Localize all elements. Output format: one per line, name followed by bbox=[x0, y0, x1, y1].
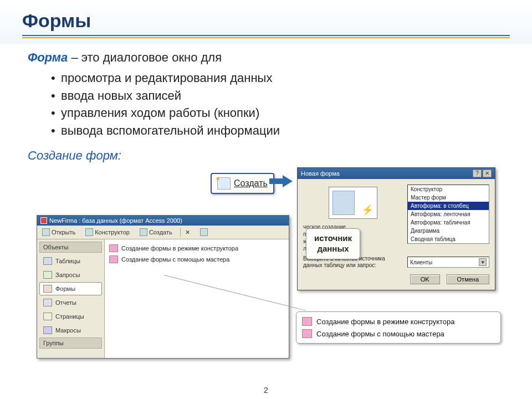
help-button[interactable]: ? bbox=[473, 170, 482, 177]
sidebar-item-pages[interactable]: Страницы bbox=[39, 310, 102, 323]
form-icon bbox=[43, 285, 52, 293]
ok-button[interactable]: OK bbox=[410, 274, 440, 284]
design-button[interactable]: Конструктор bbox=[83, 227, 132, 237]
lead-rest: – это диалоговое окно для bbox=[68, 50, 222, 64]
listbox-item[interactable]: Мастер форм bbox=[408, 193, 489, 202]
listbox-item[interactable]: Сводная таблица bbox=[408, 235, 489, 243]
form-type-listbox[interactable]: Конструктор Мастер форм Автоформа: в сто… bbox=[407, 185, 489, 244]
listbox-item[interactable]: Автоформа: табличная bbox=[408, 218, 489, 227]
open-icon bbox=[42, 228, 50, 236]
chevron-down-icon: ▾ bbox=[479, 258, 487, 266]
grid-icon bbox=[200, 228, 208, 236]
callout-zoom-list: Создание формы в режиме конструктора Соз… bbox=[296, 311, 501, 344]
subheading: Создание форм: bbox=[28, 149, 504, 163]
cancel-button[interactable]: Отмена bbox=[447, 274, 489, 284]
sidebar-header: Объекты bbox=[39, 242, 102, 253]
bullet-list: просмотра и редактирования данных ввода … bbox=[28, 66, 504, 145]
report-icon bbox=[43, 299, 52, 306]
delete-button[interactable]: ✕ bbox=[180, 228, 192, 237]
wizard-icon bbox=[109, 255, 118, 263]
create-button-callout: Создать bbox=[211, 173, 274, 194]
sidebar-item-queries[interactable]: Запросы bbox=[39, 268, 102, 282]
create-button-label: Создать bbox=[234, 178, 268, 188]
database-window: NewFirma : база данных (формат Access 20… bbox=[37, 215, 289, 359]
listbox-item[interactable]: Автоформа: ленточная bbox=[408, 210, 489, 218]
listbox-item-selected[interactable]: Автоформа: в столбец bbox=[408, 202, 489, 210]
design-icon bbox=[85, 228, 93, 236]
view-icons-button[interactable] bbox=[198, 227, 210, 237]
table-icon bbox=[43, 257, 52, 265]
db-window-title: NewFirma : база данных (формат Access 20… bbox=[49, 217, 182, 224]
list-item[interactable]: Создание формы в режиме конструктора bbox=[108, 243, 285, 254]
listbox-item[interactable]: Конструктор bbox=[408, 185, 489, 193]
list-item[interactable]: Создание формы с помощью мастера bbox=[108, 254, 285, 265]
dialog-titlebar: Новая форма ? ✕ bbox=[298, 168, 495, 179]
wizard-icon bbox=[109, 244, 118, 252]
wizard-icon bbox=[302, 317, 312, 326]
macro-icon bbox=[43, 326, 52, 334]
arrow-right-icon bbox=[269, 175, 294, 187]
open-button[interactable]: Открыть bbox=[40, 227, 78, 237]
app-icon bbox=[40, 217, 47, 224]
db-toolbar: Открыть Конструктор Создать ✕ bbox=[37, 226, 289, 239]
sidebar-item-reports[interactable]: Отчеты bbox=[39, 296, 102, 309]
callout-source: источник данных bbox=[306, 228, 360, 259]
new-form-icon bbox=[217, 177, 231, 190]
sidebar-item-forms[interactable]: Формы bbox=[39, 282, 102, 295]
rule-amber bbox=[22, 37, 510, 38]
dialog-title: Новая форма bbox=[301, 170, 340, 177]
db-sidebar: Объекты Таблицы Запросы Формы Отчеты Стр… bbox=[37, 239, 105, 358]
page-number: 2 bbox=[0, 386, 532, 395]
sidebar-item-macros[interactable]: Макросы bbox=[39, 324, 102, 337]
db-window-titlebar: NewFirma : база данных (формат Access 20… bbox=[37, 216, 289, 226]
page-title: Формы bbox=[22, 10, 510, 32]
query-icon bbox=[43, 271, 52, 279]
page-icon bbox=[43, 313, 52, 320]
close-button[interactable]: ✕ bbox=[483, 170, 492, 177]
sidebar-footer: Группы bbox=[39, 337, 102, 349]
lead-text: Форма – это диалоговое окно для bbox=[28, 49, 504, 66]
source-combo[interactable]: Клиенты ▾ bbox=[407, 257, 489, 268]
new-icon bbox=[140, 228, 147, 236]
listbox-item[interactable]: Диаграмма bbox=[408, 227, 489, 235]
bullet-item: просмотра и редактирования данных bbox=[51, 69, 504, 87]
combo-value: Клиенты bbox=[410, 259, 432, 265]
create-button[interactable]: Создать bbox=[137, 227, 175, 237]
form-preview-icon bbox=[329, 187, 377, 219]
bullet-item: вывода вспомогательной информации bbox=[51, 122, 504, 140]
sidebar-item-tables[interactable]: Таблицы bbox=[39, 254, 102, 268]
bullet-item: ввода новых записей bbox=[51, 87, 504, 105]
zoom-row: Создание формы с помощью мастера bbox=[302, 328, 495, 340]
rule-blue bbox=[22, 35, 510, 36]
wizard-icon bbox=[302, 329, 312, 338]
zoom-row: Создание формы в режиме конструктора bbox=[302, 315, 495, 328]
bullet-item: управления ходом работы (кнопки) bbox=[51, 104, 504, 122]
lead-emphasis: Форма bbox=[28, 50, 68, 64]
